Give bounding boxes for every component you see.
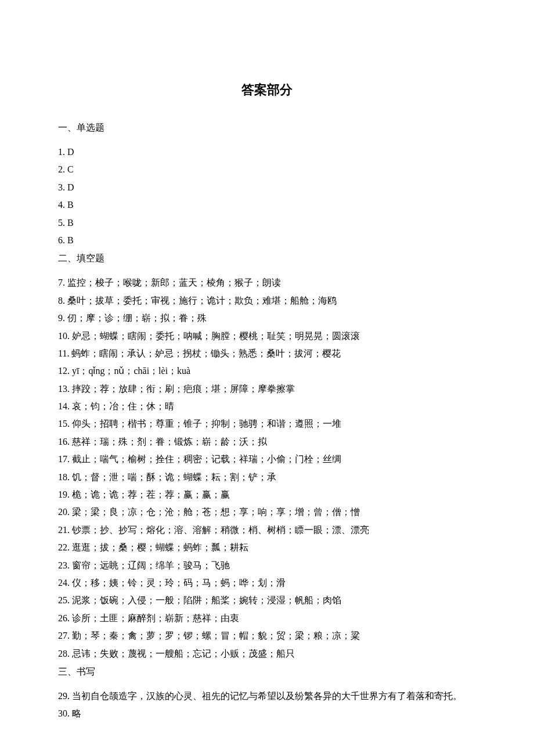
answer-line: 5. B [58, 214, 476, 232]
answer-text: 诊所；土匪；麻醉剂；崭新；慈祥；由衷 [70, 613, 239, 623]
answer-text: 略 [70, 708, 81, 718]
answer-text: B [65, 235, 74, 245]
answer-line: 22. 逛逛；拔；桑；樱；蝴蝶；蚂蚱；瓢；耕耘 [58, 539, 476, 556]
section-heading: 一、单选题 [58, 122, 476, 134]
answer-text: 仞；摩；诊；绷；崭；拟；眷；殊 [65, 313, 207, 323]
answer-number: 18. [58, 472, 70, 482]
answer-number: 15. [58, 419, 70, 429]
answer-line: 16. 慈祥；瑞；殊；剂；眷；锻炼；崭；龄；沃；拟 [58, 433, 476, 451]
answer-line: 10. 妒忌；蝴蝶；瞎闹；委托；呐喊；胸膛；樱桃；耻笑；明晃晃；圆滚滚 [58, 327, 476, 345]
answer-line: 29. 当初自仓颉造字，汉族的心灵、祖先的记忆与希望以及纷繁各异的大千世界方有了… [58, 687, 476, 705]
answer-line: 27. 勤；琴；秦；禽；萝；罗；锣；螺；冒；帽；貌；贸；梁；粮；凉；粱 [58, 627, 476, 645]
answer-line: 20. 梁；梁；良；凉；仓；沧；舱；苍；想；享；响；享；增；曾；僧；憎 [58, 503, 476, 521]
answer-number: 28. [58, 649, 70, 658]
answer-text: yī；qǐng；nǔ；chāi；lèi；kuà [70, 366, 190, 376]
answer-text: 窗帘；远眺；辽阔；绵羊；骏马；飞驰 [70, 560, 230, 570]
section-heading: 二、填空题 [58, 253, 476, 265]
answer-line: 15. 仰头；招聘；楷书；尊重；锥子；抑制；驰骋；和谐；遵照；一堆 [58, 415, 476, 433]
answer-number: 17. [58, 454, 70, 464]
answer-text: 梁；梁；良；凉；仓；沧；舱；苍；想；享；响；享；增；曾；僧；憎 [70, 507, 360, 517]
answer-line: 6. B [58, 232, 476, 249]
answer-line: 24. 仪；移；姨；铃；灵；玲；码；马；蚂；哗；划；滑 [58, 574, 476, 592]
answer-number: 27. [58, 631, 70, 640]
answer-number: 24. [58, 578, 70, 588]
answer-line: 4. B [58, 196, 476, 214]
answer-line: 8. 桑叶；拔草；委托；审视；施行；诡计；欺负；难堪；船舱；海鸥 [58, 292, 476, 309]
answer-text: 勤；琴；秦；禽；萝；罗；锣；螺；冒；帽；貌；贸；梁；粮；凉；粱 [70, 631, 360, 640]
answer-number: 22. [58, 542, 70, 552]
answer-number: 8. [58, 296, 65, 305]
answer-line: 12. yī；qǐng；nǔ；chāi；lèi；kuà [58, 362, 476, 380]
answer-line: 1. D [58, 143, 476, 161]
answer-line: 17. 截止；喘气；榆树；拴住；稠密；记载；祥瑞；小偷；门栓；丝绸 [58, 451, 476, 468]
answer-number: 29. [58, 691, 70, 701]
answer-text: 哀；钧；冶；住；休；晴 [70, 401, 174, 411]
answer-number: 16. [58, 437, 70, 447]
page-title: 答案部分 [58, 81, 476, 99]
answer-text: 忌讳；失败；蔑视；一艘船；忘记；小贩；茂盛；船只 [70, 649, 295, 658]
answer-line: 21. 钞票；抄、抄写；熔化；溶、溶解；稍微；梢、树梢；瞟一眼；漂、漂亮 [58, 521, 476, 539]
answers-content: 一、单选题1. D2. C3. D4. B5. B6. B二、填空题7. 监控；… [58, 122, 476, 723]
answer-text: 蚂蚱；瞎闹；承认；妒忌；拐杖；锄头；熟悉；桑叶；拔河；樱花 [69, 348, 341, 358]
answer-number: 11. [58, 348, 69, 358]
answer-line: 26. 诊所；土匪；麻醉剂；崭新；慈祥；由衷 [58, 610, 476, 627]
answer-text: 饥；督；泄；喘；酥；诡；蝴蝶；耘；割；铲；承 [70, 472, 276, 482]
answer-number: 3. [58, 182, 65, 192]
answer-text: D [65, 147, 74, 157]
answer-number: 23. [58, 560, 70, 570]
answer-line: 18. 饥；督；泄；喘；酥；诡；蝴蝶；耘；割；铲；承 [58, 469, 476, 486]
answer-line: 2. C [58, 161, 476, 178]
answer-number: 20. [58, 507, 70, 517]
answer-text: 监控；梭子；喉咙；新郎；蓝天；棱角；猴子；朗读 [65, 278, 281, 287]
answer-number: 7. [58, 278, 65, 287]
answer-number: 5. [58, 218, 65, 228]
answer-number: 4. [58, 200, 65, 210]
answer-number: 10. [58, 331, 70, 341]
answer-line: 9. 仞；摩；诊；绷；崭；拟；眷；殊 [58, 309, 476, 327]
answer-text: 截止；喘气；榆树；拴住；稠密；记载；祥瑞；小偷；门栓；丝绸 [70, 454, 341, 464]
answer-text: 摔跤；荐；放肆；衔；刷；疤痕；堪；屏障；摩拳擦掌 [70, 384, 295, 394]
answer-text: 泥浆；饭碗；入侵；一般；陷阱；船桨；婉转；浸湿；帆船；肉馅 [70, 595, 341, 605]
answer-text: C [65, 164, 74, 174]
answer-line: 13. 摔跤；荐；放肆；衔；刷；疤痕；堪；屏障；摩拳擦掌 [58, 380, 476, 398]
answer-text: 仰头；招聘；楷书；尊重；锥子；抑制；驰骋；和谐；遵照；一堆 [70, 419, 341, 429]
answer-number: 13. [58, 384, 70, 394]
answer-line: 7. 监控；梭子；喉咙；新郎；蓝天；棱角；猴子；朗读 [58, 274, 476, 291]
answer-number: 19. [58, 489, 70, 499]
answer-number: 1. [58, 147, 65, 157]
answer-line: 19. 桅；诡；诡；荐；茬；荐；赢；赢；赢 [58, 486, 476, 503]
answer-number: 26. [58, 613, 70, 623]
answer-text: 逛逛；拔；桑；樱；蝴蝶；蚂蚱；瓢；耕耘 [70, 542, 248, 552]
answer-number: 9. [58, 313, 65, 323]
answer-number: 6. [58, 235, 65, 245]
answer-text: D [65, 182, 74, 192]
answer-text: B [65, 200, 74, 210]
answer-text: 妒忌；蝴蝶；瞎闹；委托；呐喊；胸膛；樱桃；耻笑；明晃晃；圆滚滚 [70, 331, 360, 341]
answer-number: 12. [58, 366, 70, 376]
answer-line: 23. 窗帘；远眺；辽阔；绵羊；骏马；飞驰 [58, 557, 476, 574]
section-heading: 三、书写 [58, 666, 476, 678]
answer-text: 慈祥；瑞；殊；剂；眷；锻炼；崭；龄；沃；拟 [70, 437, 267, 447]
answer-text: 仪；移；姨；铃；灵；玲；码；马；蚂；哗；划；滑 [70, 578, 286, 588]
answer-number: 25. [58, 595, 70, 605]
answer-line: 11. 蚂蚱；瞎闹；承认；妒忌；拐杖；锄头；熟悉；桑叶；拔河；樱花 [58, 345, 476, 362]
answer-number: 2. [58, 164, 65, 174]
answer-line: 30. 略 [58, 705, 476, 722]
answer-line: 25. 泥浆；饭碗；入侵；一般；陷阱；船桨；婉转；浸湿；帆船；肉馅 [58, 592, 476, 609]
answer-line: 28. 忌讳；失败；蔑视；一艘船；忘记；小贩；茂盛；船只 [58, 645, 476, 663]
answer-text: 当初自仓颉造字，汉族的心灵、祖先的记忆与希望以及纷繁各异的大千世界方有了着落和寄… [70, 691, 462, 701]
answer-number: 14. [58, 401, 70, 411]
answer-text: 钞票；抄、抄写；熔化；溶、溶解；稍微；梢、树梢；瞟一眼；漂、漂亮 [70, 525, 369, 535]
answer-line: 14. 哀；钧；冶；住；休；晴 [58, 398, 476, 415]
answer-text: B [65, 218, 74, 228]
answer-number: 21. [58, 525, 70, 535]
answer-text: 桑叶；拔草；委托；审视；施行；诡计；欺负；难堪；船舱；海鸥 [65, 296, 337, 305]
answer-number: 30. [58, 708, 70, 718]
answer-line: 3. D [58, 179, 476, 196]
answer-text: 桅；诡；诡；荐；茬；荐；赢；赢；赢 [70, 489, 230, 499]
